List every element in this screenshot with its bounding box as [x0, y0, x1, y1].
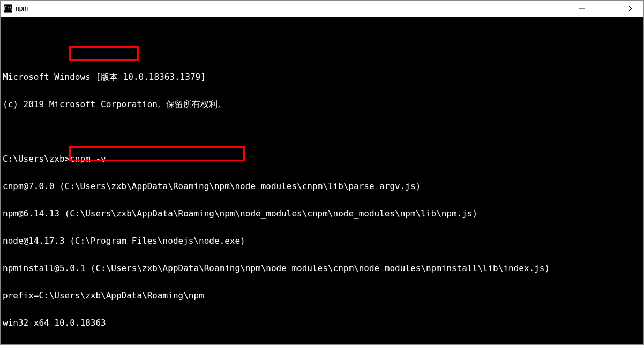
terminal-line: win32 x64 10.0.18363 [3, 318, 641, 327]
terminal-line: npminstall@5.0.1 (C:\Users\zxb\AppData\R… [3, 264, 641, 273]
minimize-button[interactable] [570, 1, 594, 17]
app-icon: C:\ [4, 4, 12, 13]
terminal-line: (c) 2019 Microsoft Corporation。保留所有权利。 [3, 100, 641, 109]
terminal-line: prefix=C:\Users\zxb\AppData\Roaming\npm [3, 291, 641, 300]
terminal-line: node@14.17.3 (C:\Program Files\nodejs\no… [3, 236, 641, 245]
maximize-button[interactable] [594, 1, 619, 17]
svg-rect-1 [604, 6, 609, 11]
close-button[interactable] [619, 1, 643, 17]
terminal-line: Microsoft Windows [版本 10.0.18363.1379] [3, 72, 641, 81]
terminal-output[interactable]: Microsoft Windows [版本 10.0.18363.1379] (… [1, 17, 643, 344]
terminal-line: C:\Users\zxb>cnpm -v [3, 154, 641, 163]
terminal-line: npm@6.14.13 (C:\Users\zxb\AppData\Roamin… [3, 209, 641, 218]
terminal-line: cnpm@7.0.0 (C:\Users\zxb\AppData\Roaming… [3, 182, 641, 191]
highlight-box-1 [69, 46, 139, 61]
window-title: npm [16, 5, 570, 12]
window-frame: C:\ npm Microsoft Windows [版本 10.0.18363… [0, 0, 644, 345]
titlebar[interactable]: C:\ npm [1, 1, 643, 17]
window-controls [570, 1, 643, 17]
terminal-line [3, 127, 641, 136]
